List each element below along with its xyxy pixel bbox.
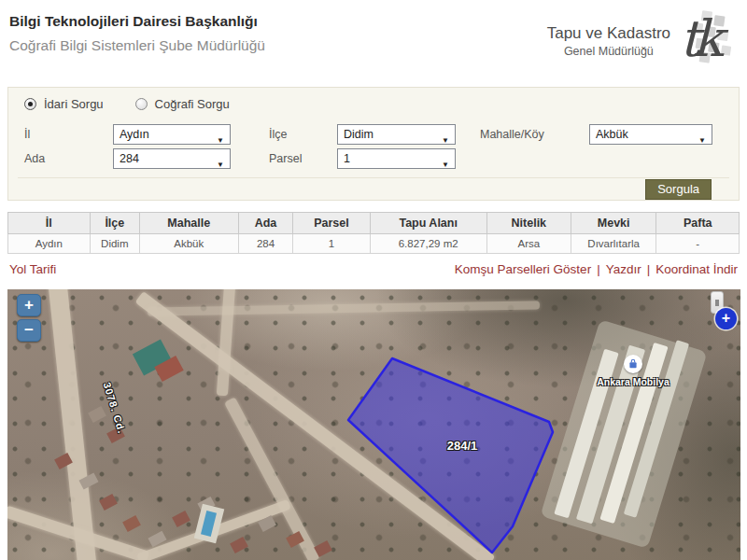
ada-value: 284: [120, 152, 139, 165]
results-table: İl İlçe Mahalle Ada Parsel Tapu Alanı Ni…: [7, 212, 740, 254]
col-parsel: Parsel: [293, 213, 370, 234]
koordinat-indir-link[interactable]: Koordinat İndir: [655, 262, 738, 276]
scrollbar-thumb: [715, 300, 719, 306]
cell-il: Aydın: [8, 234, 91, 254]
col-ada: Ada: [238, 213, 293, 234]
parsel-value: 1: [344, 152, 350, 165]
cell-ada: 284: [238, 234, 293, 254]
ada-label: Ada: [24, 152, 45, 165]
chevron-down-icon: ▼: [217, 156, 224, 175]
sorgula-button[interactable]: Sorgula: [645, 179, 712, 200]
chevron-down-icon: ▼: [442, 132, 449, 150]
cell-mahalle: Akbük: [139, 234, 238, 254]
satellite-map[interactable]: 284/1 3078. Cd. Ankara Mobilya + − +: [7, 289, 740, 560]
map-expand-button[interactable]: +: [715, 308, 737, 329]
idari-sorgu-radio[interactable]: [24, 98, 36, 110]
chevron-down-icon: ▼: [698, 132, 706, 150]
chevron-down-icon: ▼: [442, 156, 449, 175]
org-subname: Genel Müdürlüğü: [547, 45, 670, 58]
tkgm-logo-icon: tk: [676, 9, 736, 73]
ilce-value: Didim: [344, 128, 374, 141]
org-block: Tapu ve Kadastro Genel Müdürlüğü tk: [547, 9, 736, 73]
parsel-label: Parsel: [269, 152, 302, 165]
cell-tapu-alani: 6.827,29 m2: [370, 234, 486, 254]
department-title: Bilgi Teknolojileri Dairesi Başkanlığı: [9, 13, 258, 30]
col-mahalle: Mahalle: [139, 213, 238, 234]
department-subtitle: Coğrafi Bilgi Sistemleri Şube Müdürlüğü: [9, 37, 265, 54]
query-form-panel: İdari Sorgu Coğrafi Sorgu İl Aydın ▼ İlç…: [7, 87, 740, 201]
link-separator: |: [597, 262, 600, 276]
col-tapu-alani: Tapu Alanı: [370, 213, 486, 234]
yol-tarifi-link[interactable]: Yol Tarifi: [9, 262, 56, 276]
map-action-links: Komşu Parselleri Göster|Yazdır|Koordinat…: [455, 262, 738, 276]
yazdir-link[interactable]: Yazdır: [606, 262, 641, 276]
komsu-parseller-link[interactable]: Komşu Parselleri Göster: [455, 262, 591, 276]
zoom-out-button[interactable]: −: [17, 319, 41, 342]
mahalle-select[interactable]: Akbük ▼: [589, 124, 712, 145]
link-separator: |: [647, 262, 651, 276]
table-row: Aydın Didim Akbük 284 1 6.827,29 m2 Arsa…: [8, 234, 740, 254]
org-text: Tapu ve Kadastro Genel Müdürlüğü: [547, 24, 670, 58]
cografi-sorgu-label: Coğrafi Sorgu: [155, 97, 230, 111]
mahalle-value: Akbük: [596, 128, 628, 141]
query-type-row: İdari Sorgu Coğrafi Sorgu: [24, 97, 230, 111]
mahalle-label: Mahalle/Köy: [480, 128, 544, 141]
col-nitelik: Nitelik: [486, 213, 571, 234]
cell-mevki: Dıvarlıtarla: [571, 234, 656, 254]
poi-shop-icon[interactable]: [624, 355, 642, 373]
cell-pafta: -: [656, 234, 740, 254]
poi-name-label: Ankara Mobilya: [585, 376, 682, 387]
chevron-down-icon: ▼: [217, 132, 224, 150]
parcel-number-label: 284/1: [430, 439, 495, 453]
il-value: Aydın: [120, 128, 149, 141]
idari-sorgu-label: İdari Sorgu: [44, 97, 104, 111]
panel-divider: [18, 177, 729, 178]
col-mevki: Mevki: [571, 213, 656, 234]
cell-parsel: 1: [293, 234, 370, 254]
zoom-in-button[interactable]: +: [17, 294, 41, 316]
parcel-284-1-polygon[interactable]: [348, 358, 553, 553]
ada-select[interactable]: 284 ▼: [113, 148, 231, 169]
ilce-label: İlçe: [269, 128, 287, 141]
il-select[interactable]: Aydın ▼: [113, 124, 231, 145]
col-il: İl: [8, 213, 91, 234]
col-pafta: Pafta: [656, 213, 740, 234]
org-name: Tapu ve Kadastro: [547, 24, 670, 43]
cell-ilce: Didim: [90, 234, 139, 254]
col-ilce: İlçe: [90, 213, 139, 234]
table-header-row: İl İlçe Mahalle Ada Parsel Tapu Alanı Ni…: [8, 213, 740, 234]
cell-nitelik: Arsa: [486, 234, 571, 254]
ilce-select[interactable]: Didim ▼: [337, 124, 456, 145]
map-zoom-control: + −: [17, 294, 41, 344]
il-label: İl: [24, 128, 30, 141]
parsel-select[interactable]: 1 ▼: [337, 148, 456, 169]
page: Bilgi Teknolojileri Dairesi Başkanlığı C…: [0, 0, 747, 560]
cografi-sorgu-radio[interactable]: [135, 98, 148, 110]
